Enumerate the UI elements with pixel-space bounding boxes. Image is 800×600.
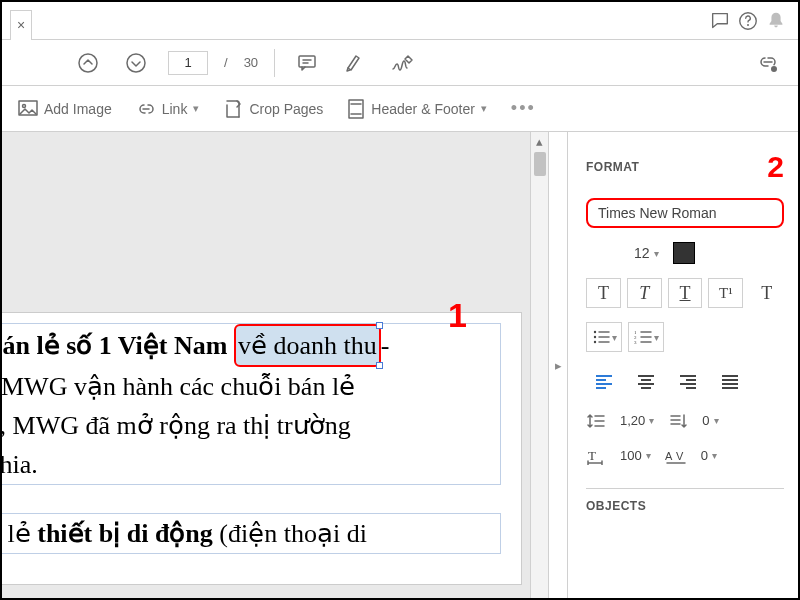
annotation-2: 2 bbox=[767, 150, 784, 184]
svg-point-12 bbox=[593, 336, 595, 338]
svg-point-11 bbox=[593, 331, 595, 333]
svg-point-4 bbox=[747, 23, 749, 25]
svg-point-6 bbox=[127, 54, 145, 72]
window-bar: × bbox=[2, 2, 798, 40]
link-label: Link bbox=[162, 101, 188, 117]
page-separator: / bbox=[224, 55, 228, 70]
text-block[interactable]: n lẻ thiết bị di động (điện thoại di bbox=[2, 513, 501, 554]
page-next-button[interactable] bbox=[120, 47, 152, 79]
para-spacing-select[interactable]: 0 ▾ bbox=[698, 410, 722, 431]
svg-point-0 bbox=[716, 17, 718, 19]
selected-text[interactable]: về doanh thu bbox=[234, 324, 381, 367]
svg-text:3: 3 bbox=[634, 340, 637, 345]
underline-button[interactable]: T bbox=[668, 278, 703, 308]
horizontal-scale-icon: T bbox=[586, 447, 606, 465]
page-total: 30 bbox=[244, 55, 258, 70]
highlight-icon[interactable] bbox=[339, 47, 371, 79]
bold-text: bán lẻ số 1 Việt Nam bbox=[2, 331, 227, 360]
svg-point-1 bbox=[719, 17, 721, 19]
align-left-button[interactable] bbox=[586, 366, 622, 396]
document-tab[interactable]: × bbox=[10, 10, 32, 40]
align-row bbox=[586, 366, 784, 396]
header-footer-button[interactable]: Header & Footer ▾ bbox=[341, 95, 493, 123]
spacing-row-1: 1,20 ▾ 0 ▾ bbox=[586, 410, 784, 431]
bold-button[interactable]: T bbox=[586, 278, 621, 308]
link-share-icon[interactable] bbox=[752, 47, 784, 79]
collapse-panel-button[interactable]: ▸ bbox=[548, 132, 568, 598]
objects-title: OBJECTS bbox=[586, 488, 784, 513]
text: - bbox=[381, 331, 390, 360]
add-image-label: Add Image bbox=[44, 101, 112, 117]
text-line: a, MWG đã mở rộng ra thị trường bbox=[2, 411, 351, 440]
vertical-scrollbar[interactable]: ▴ bbox=[530, 132, 548, 598]
font-family-select[interactable]: Times New Roman bbox=[586, 198, 784, 228]
main-area: bán lẻ số 1 Việt Nam về doanh thu- . MWG… bbox=[2, 132, 798, 598]
caret-down-icon: ▾ bbox=[193, 102, 199, 115]
comment-icon[interactable] bbox=[291, 47, 323, 79]
svg-text:V: V bbox=[676, 450, 684, 462]
svg-point-2 bbox=[722, 17, 724, 19]
line-spacing-icon bbox=[586, 412, 606, 430]
add-image-button[interactable]: Add Image bbox=[12, 96, 118, 122]
list-row: ▾ 123▾ bbox=[586, 322, 784, 352]
char-spacing-select[interactable]: 0 ▾ bbox=[697, 445, 721, 466]
bell-icon[interactable] bbox=[762, 7, 790, 35]
annotation-1: 1 bbox=[448, 296, 467, 335]
header-footer-label: Header & Footer bbox=[371, 101, 475, 117]
more-button[interactable]: ••• bbox=[505, 94, 542, 123]
text: n lẻ bbox=[2, 519, 37, 548]
document-pane[interactable]: bán lẻ số 1 Việt Nam về doanh thu- . MWG… bbox=[2, 132, 548, 598]
para-spacing-icon bbox=[668, 412, 688, 430]
page-number-input[interactable] bbox=[168, 51, 208, 75]
textstyle-extra-button[interactable]: T bbox=[749, 278, 784, 308]
chat-icon[interactable] bbox=[706, 7, 734, 35]
char-spacing-icon: AV bbox=[665, 448, 687, 464]
close-tab-icon[interactable]: × bbox=[17, 18, 25, 32]
horizontal-scale-select[interactable]: 100 ▾ bbox=[616, 445, 655, 466]
numbered-list-button[interactable]: 123▾ bbox=[628, 322, 664, 352]
help-icon[interactable] bbox=[734, 7, 762, 35]
svg-text:A: A bbox=[665, 450, 673, 462]
main-toolbar: / 30 bbox=[2, 40, 798, 86]
align-right-button[interactable] bbox=[670, 366, 706, 396]
text: (điện thoại di bbox=[213, 519, 367, 548]
svg-point-13 bbox=[593, 341, 595, 343]
scroll-thumb[interactable] bbox=[534, 152, 546, 176]
edit-toolbar: Add Image Link ▾ Crop Pages Header & Foo… bbox=[2, 86, 798, 132]
text-line: . MWG vận hành các chuỗi bán lẻ bbox=[2, 372, 355, 401]
font-size-select[interactable]: 12▾ bbox=[630, 242, 663, 264]
scroll-up-icon[interactable]: ▴ bbox=[531, 132, 548, 150]
svg-rect-7 bbox=[299, 56, 315, 67]
align-justify-button[interactable] bbox=[712, 366, 748, 396]
bold-text: thiết bị di động bbox=[37, 519, 213, 548]
svg-text:T: T bbox=[588, 448, 596, 463]
svg-rect-10 bbox=[349, 100, 363, 118]
spacing-row-2: T 100 ▾ AV 0 ▾ bbox=[586, 445, 784, 466]
caret-down-icon: ▾ bbox=[481, 102, 487, 115]
document-page[interactable]: bán lẻ số 1 Việt Nam về doanh thu- . MWG… bbox=[2, 312, 522, 585]
svg-point-9 bbox=[23, 104, 26, 107]
format-title: FORMAT bbox=[586, 160, 639, 174]
crop-label: Crop Pages bbox=[249, 101, 323, 117]
font-color-swatch[interactable] bbox=[673, 242, 695, 264]
align-center-button[interactable] bbox=[628, 366, 664, 396]
svg-point-5 bbox=[79, 54, 97, 72]
line-spacing-select[interactable]: 1,20 ▾ bbox=[616, 410, 658, 431]
text-style-row: T T T T¹ T bbox=[586, 278, 784, 308]
link-button[interactable]: Link ▾ bbox=[130, 96, 206, 122]
text-line: chia. bbox=[2, 450, 38, 479]
format-panel: FORMAT 2 Times New Roman 12▾ T T T T¹ T … bbox=[568, 132, 798, 598]
text-block[interactable]: bán lẻ số 1 Việt Nam về doanh thu- . MWG… bbox=[2, 323, 501, 485]
bullet-list-button[interactable]: ▾ bbox=[586, 322, 622, 352]
crop-button[interactable]: Crop Pages bbox=[217, 95, 329, 123]
sign-icon[interactable] bbox=[387, 47, 419, 79]
page-prev-button[interactable] bbox=[72, 47, 104, 79]
italic-button[interactable]: T bbox=[627, 278, 662, 308]
superscript-button[interactable]: T¹ bbox=[708, 278, 743, 308]
